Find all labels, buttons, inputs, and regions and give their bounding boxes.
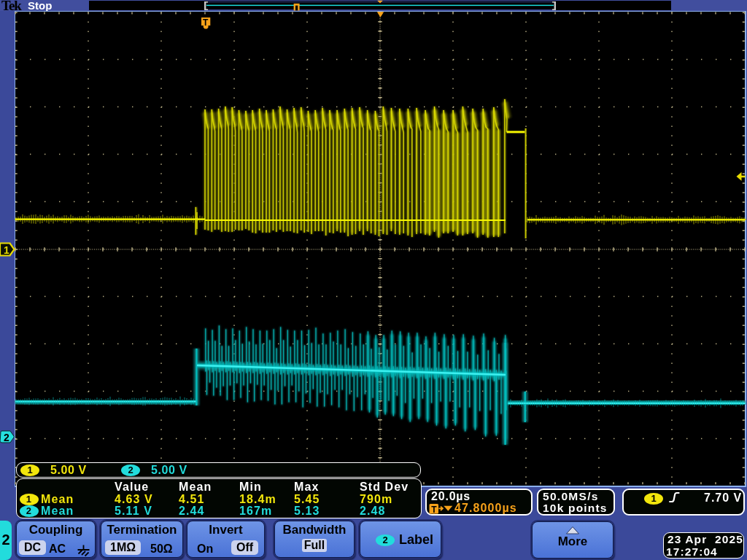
svg-text:2: 2 <box>4 432 9 443</box>
svg-text:1: 1 <box>4 244 9 256</box>
svg-text:T: T <box>203 18 209 28</box>
